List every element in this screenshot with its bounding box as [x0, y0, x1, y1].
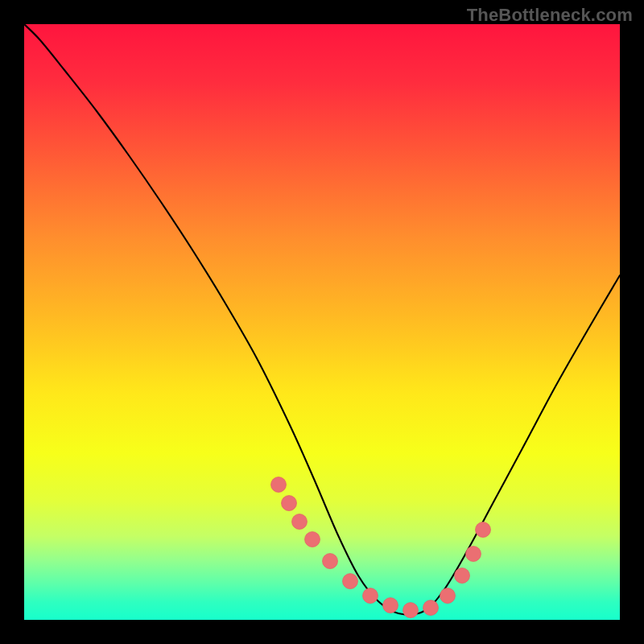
highlight-dot	[440, 588, 456, 604]
plot-area	[24, 24, 620, 620]
highlight-dot	[292, 514, 308, 530]
highlight-dot	[466, 547, 481, 562]
highlight-dot	[323, 554, 338, 569]
bottleneck-curve	[24, 24, 620, 615]
highlight-dot	[282, 496, 297, 511]
highlight-dot	[305, 532, 320, 547]
highlight-dot	[383, 598, 398, 613]
highlight-dot	[423, 601, 439, 616]
watermark-text: TheBottleneck.com	[467, 5, 633, 26]
highlight-dot	[271, 477, 287, 493]
highlight-dot	[455, 568, 470, 584]
highlight-dot	[343, 574, 358, 589]
chart-overlay	[24, 24, 620, 620]
highlight-dot	[363, 588, 378, 604]
highlight-dot	[476, 522, 491, 538]
highlight-dot	[403, 603, 419, 618]
highlight-dots	[271, 477, 491, 618]
chart-frame: TheBottleneck.com	[0, 0, 644, 644]
